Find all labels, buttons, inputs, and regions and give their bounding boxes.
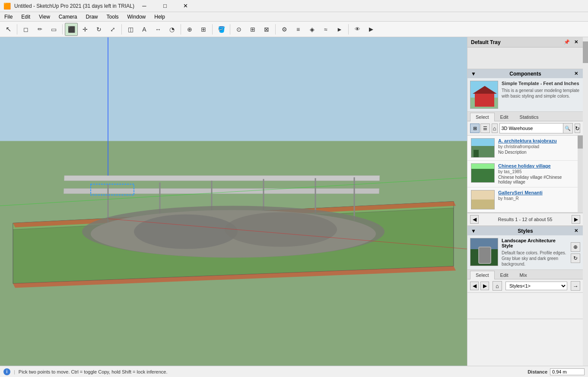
pagination-next-button[interactable]: ▶	[572, 215, 580, 224]
search-home-button[interactable]: ⌂	[492, 124, 498, 133]
styles-tab-edit[interactable]: Edit	[495, 271, 514, 279]
titlebar: 🟧 Untitled - SketchUp Pro 2021 (31 days …	[0, 0, 588, 12]
components-panel: ▼ Components ✕ Simple Template - Feet an…	[467, 69, 583, 226]
viewport[interactable]	[0, 37, 467, 366]
comp-item-1-thumbnail	[471, 138, 495, 158]
list-item[interactable]: A. architektura krajobrazu by christinaf…	[467, 136, 578, 161]
zoom-tool-button[interactable]: ⊠	[260, 23, 273, 36]
landscape-trees	[474, 150, 479, 158]
house-body	[475, 94, 494, 107]
right-panel-inner: Default Tray 📌 ✕ ▼ Components ✕	[467, 37, 583, 366]
component-list-container: A. architektura krajobrazu by christinaf…	[467, 136, 583, 213]
search-list-view-button[interactable]: ☰	[480, 124, 490, 133]
camera-btn-2[interactable]: ▶	[365, 23, 378, 36]
styles-prev-button[interactable]: ◀	[470, 282, 479, 290]
default-tray-header[interactable]: Default Tray 📌 ✕	[467, 37, 583, 48]
comp-item-1-name[interactable]: A. architektura krajobrazu	[498, 138, 574, 143]
list-item[interactable]: GallerySeri Menanti by hsan_R	[467, 187, 578, 212]
search-refresh-button[interactable]: ↻	[575, 124, 581, 133]
search-grid-view-button[interactable]: ⊞	[470, 124, 480, 133]
tray-pin-button[interactable]: 📌	[563, 39, 571, 45]
styles-button[interactable]: ◈	[305, 23, 318, 36]
styles-next-button[interactable]: ▶	[480, 282, 489, 290]
dimension-tool-button[interactable]: ↔	[152, 23, 165, 36]
component-list-scrollbar[interactable]	[578, 136, 583, 212]
camera-button[interactable]: 👁	[351, 23, 364, 36]
pencil-tool-button[interactable]: ✏	[33, 23, 46, 36]
menubar: File Edit View Camera Draw Tools Window …	[0, 12, 588, 22]
shape-tool-button[interactable]: ▭	[47, 23, 60, 36]
styles-panel-title: Styles	[518, 228, 533, 234]
tray-controls: 📌 ✕	[563, 39, 579, 45]
eraser-tool-button[interactable]: ◻	[19, 23, 32, 36]
menu-camera[interactable]: Camera	[54, 12, 82, 22]
search-go-button[interactable]: 🔍	[563, 124, 572, 133]
fog-button[interactable]: ≈	[319, 23, 332, 36]
menu-file[interactable]: File	[0, 12, 17, 22]
offset-tool-button[interactable]: ◫	[124, 23, 137, 36]
toolbar-separator-4	[181, 24, 181, 35]
maximize-button[interactable]: □	[155, 0, 175, 12]
styles-panel-close-button[interactable]: ✕	[573, 228, 579, 234]
more-button[interactable]: ►	[333, 23, 346, 36]
paint-tool-button[interactable]: 🪣	[215, 23, 228, 36]
axes-tool-button[interactable]: ⊕	[183, 23, 196, 36]
comp-item-3-name[interactable]: GallerySeri Menanti	[498, 190, 574, 195]
component-tab-statistics[interactable]: Statistics	[514, 113, 544, 121]
menu-window[interactable]: Window	[123, 12, 150, 22]
distance-input[interactable]	[550, 368, 585, 375]
close-button[interactable]: ✕	[176, 0, 196, 12]
component-tab-select[interactable]: Select	[470, 113, 495, 121]
comp-item-3-author: by hsan_R	[498, 196, 574, 201]
select-tool-button[interactable]: ↖	[2, 23, 15, 36]
styles-tabs: Select Edit Mix	[467, 270, 583, 279]
menu-draw[interactable]: Draw	[82, 12, 102, 22]
list-item[interactable]: Chinese holiday village by tas_1985 Chin…	[467, 161, 578, 187]
pagination-prev-button[interactable]: ◀	[470, 215, 479, 224]
styles-home-button[interactable]: ⌂	[493, 281, 502, 291]
menu-view[interactable]: View	[35, 12, 54, 22]
toolbar-separator-6	[230, 24, 230, 35]
status-separator: |	[14, 369, 15, 374]
styles-add-button[interactable]: ⊕	[571, 242, 580, 252]
components-panel-arrow: ▼	[471, 71, 476, 77]
pushpull-tool-button[interactable]: ⬛	[65, 23, 78, 36]
tape-tool-button[interactable]: ⊞	[197, 23, 210, 36]
comp-item-1-info: A. architektura krajobrazu by christinaf…	[498, 138, 574, 155]
comp-item-2-name[interactable]: Chinese holiday village	[498, 163, 574, 168]
walk-tool-button[interactable]: ⊞	[246, 23, 259, 36]
styles-dropdown[interactable]: Styles<1> Default Styles Assorted Styles	[505, 282, 567, 290]
styles-panel-header[interactable]: ▼ Styles ✕	[467, 226, 583, 235]
components-panel-header[interactable]: ▼ Components ✕	[467, 69, 583, 78]
scrollbar-thumb[interactable]	[578, 136, 583, 149]
component-preview-title: Simple Template - Feet and Inches	[502, 81, 580, 86]
comp-item-3-thumbnail	[471, 190, 495, 209]
orbit-tool-button[interactable]: ⊙	[232, 23, 245, 36]
styles-refresh-button[interactable]: ↻	[571, 253, 580, 263]
menu-tools[interactable]: Tools	[102, 12, 123, 22]
components-panel-close-button[interactable]: ✕	[573, 70, 579, 77]
component-thumb-image	[470, 81, 498, 109]
move-tool-button[interactable]: ✛	[79, 23, 92, 36]
search-input[interactable]	[500, 124, 563, 133]
menu-help[interactable]: Help	[150, 12, 169, 22]
modelinfo-button[interactable]: ⚙	[278, 23, 291, 36]
village-thumb	[471, 163, 494, 183]
right-panel-scrollbar-thumb[interactable]	[583, 41, 588, 63]
menu-edit[interactable]: Edit	[17, 12, 35, 22]
protractor-tool-button[interactable]: ◔	[165, 23, 178, 36]
minimize-button[interactable]: ─	[134, 0, 154, 12]
component-info: Simple Template - Feet and Inches This i…	[502, 81, 580, 109]
styles-tab-mix[interactable]: Mix	[514, 271, 533, 279]
right-panel-scrollbar[interactable]	[583, 37, 588, 366]
component-tab-edit[interactable]: Edit	[495, 113, 514, 121]
styles-tab-select[interactable]: Select	[470, 271, 495, 279]
style-cylinder	[478, 247, 491, 264]
text-tool-button[interactable]: A	[138, 23, 151, 36]
layers-button[interactable]: ≡	[292, 23, 305, 36]
scale-tool-button[interactable]: ⤢	[106, 23, 119, 36]
rotate-tool-button[interactable]: ↻	[92, 23, 105, 36]
tray-close-button[interactable]: ✕	[573, 39, 579, 45]
tray-title: Default Tray	[471, 39, 501, 45]
styles-save-button[interactable]: →	[571, 281, 580, 291]
